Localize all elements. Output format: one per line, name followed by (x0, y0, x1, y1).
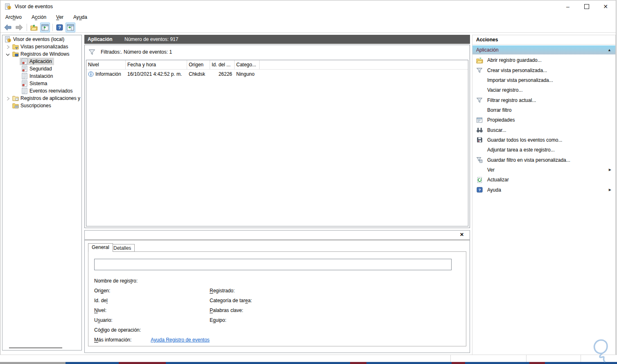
tree-item-vistas-personalizadas[interactable]: Vistas personalizadas (2, 43, 81, 50)
log-header-bar: Aplicación Número de eventos: 917 (84, 35, 470, 44)
information-icon (88, 71, 94, 77)
submenu-arrow-icon: ▶ (609, 168, 611, 172)
tree-item-seguridad[interactable]: Seguridad (2, 65, 81, 72)
field-row: Origen: Registrado: (94, 286, 110, 296)
filter-status-bar: Filtrados:. Número de eventos: 1 (85, 45, 470, 59)
forwarded-events-log-icon (21, 88, 28, 94)
tree-item-label: Suscripciones (20, 102, 51, 109)
tab-general[interactable]: General (88, 243, 113, 252)
tab-detalles[interactable]: Detalles (110, 244, 135, 252)
menu-ver[interactable]: Ver (51, 13, 68, 22)
action-ver[interactable]: Ver ▶ (472, 165, 615, 175)
tree-item-registros-aplicaciones[interactable]: Registros de aplicaciones y s (2, 95, 81, 102)
action-crear-vista-personalizada[interactable]: Crear vista personalizada... (472, 65, 615, 75)
action-pane-icon (67, 24, 74, 31)
menu-ayuda[interactable]: Ayuda (68, 13, 92, 22)
field-row: Nombre de registro: (94, 276, 138, 286)
preview-close-button[interactable]: ✕ (460, 232, 464, 237)
funnel-icon (476, 97, 483, 104)
help-icon: ? (56, 24, 63, 31)
status-bar (0, 355, 617, 362)
general-tab-content: Nombre de registro: Origen: Registrado: … (88, 251, 466, 346)
event-table: Nivel Fecha y hora Origen Id. del ... Ca… (86, 60, 468, 226)
forward-button[interactable] (14, 23, 24, 32)
menu-archivo[interactable]: Archivo (5, 13, 27, 22)
actions-group-header[interactable]: Aplicación ▲ (472, 45, 615, 54)
windows-logs-folder-icon (12, 51, 19, 57)
filter-icon (88, 49, 95, 55)
event-description-box[interactable] (94, 259, 452, 270)
open-folder-icon (476, 57, 483, 64)
tree-item-registros-windows[interactable]: Registros de Windows (2, 50, 81, 58)
toolbar: ? (0, 22, 616, 33)
toggle-console-tree-button[interactable] (40, 23, 50, 32)
action-borrar-filtro[interactable]: Borrar filtro (472, 105, 615, 115)
collapse-arrow-icon[interactable]: ▲ (608, 45, 611, 54)
field-label-palabras-clave: Palabras clave: (210, 305, 243, 315)
action-guardar-todos-eventos[interactable]: Guardar todos los eventos como... (472, 135, 615, 145)
tree-item-sistema[interactable]: Sistema (2, 80, 81, 87)
action-ayuda[interactable]: ? Ayuda ▶ (472, 185, 615, 194)
action-importar-vista-personalizada[interactable]: Importar vista personalizada... (472, 75, 615, 85)
action-guardar-filtro-vista[interactable]: Guardar filtro en vista personalizada... (472, 155, 615, 165)
horizontal-scrollbar-thumb[interactable] (9, 347, 62, 348)
close-icon: ✕ (603, 3, 608, 10)
taskbar-sliver (0, 362, 617, 364)
field-label-id: Id. del (94, 298, 108, 303)
field-row: Nivel: Palabras clave: (94, 305, 106, 315)
tree-item-eventos-reenviados[interactable]: Eventos reenviados (2, 87, 81, 95)
action-vaciar-registro[interactable]: Vaciar registro... (472, 85, 615, 95)
subscriptions-folder-icon (12, 102, 19, 109)
field-row: Código de operación: (94, 325, 141, 335)
open-saved-log-button[interactable] (29, 23, 38, 32)
chevron-right-icon[interactable] (7, 45, 10, 49)
binoculars-icon (476, 127, 483, 133)
help-button[interactable]: ? (55, 23, 64, 32)
column-header-categoria[interactable]: Catego... (235, 60, 260, 69)
field-row: Más información: Ayuda Registro de event… (94, 335, 131, 345)
event-viewer-icon (5, 3, 11, 10)
tree-item-aplicacion[interactable]: Aplicación (2, 58, 81, 65)
action-abrir-registro-guardado[interactable]: Abrir registro guardado... (472, 55, 615, 65)
table-row[interactable]: Información 16/10/2021 4:42:52 p. m. Chk… (86, 70, 468, 79)
action-adjuntar-tarea[interactable]: Adjuntar tarea a este registro... (472, 145, 615, 155)
toggle-action-pane-button[interactable] (66, 23, 75, 32)
tree-item-instalacion[interactable]: Instalación (2, 72, 81, 80)
tree-item-label: Visor de eventos (local) (13, 36, 64, 43)
back-button[interactable] (3, 23, 13, 32)
event-log-help-link[interactable]: Ayuda Registro de eventos (151, 335, 210, 345)
tree-item-label: Vistas personalizadas (20, 43, 68, 50)
actions-group-title: Aplicación (476, 47, 499, 53)
table-header: Nivel Fecha y hora Origen Id. del ... Ca… (86, 60, 468, 70)
column-header-origen[interactable]: Origen (187, 60, 210, 69)
field-label-origen: Origen: (94, 288, 110, 294)
svg-text:?: ? (478, 188, 481, 192)
column-header-nivel[interactable]: Nivel (86, 60, 126, 69)
apps-services-folder-icon (12, 95, 19, 102)
field-label-nombre-registro: Nombre de registro: (94, 278, 138, 284)
event-source: Chkdsk (187, 70, 210, 79)
column-header-fecha[interactable]: Fecha y hora (126, 60, 187, 69)
chevron-down-icon[interactable] (6, 52, 9, 56)
setup-log-icon (21, 73, 28, 79)
maximize-button[interactable] (577, 0, 596, 13)
menu-accion[interactable]: Acción (27, 13, 51, 22)
action-propiedades[interactable]: Propiedades (472, 115, 615, 125)
forward-arrow-icon (15, 24, 23, 31)
close-icon: ✕ (460, 232, 464, 237)
action-buscar[interactable]: Buscar... (472, 125, 615, 135)
tree-item-suscripciones[interactable]: Suscripciones (2, 102, 81, 109)
action-filtrar-registro-actual[interactable]: Filtrar registro actual... (472, 95, 615, 105)
event-level: Información (95, 70, 121, 79)
minimize-button[interactable]: – (558, 0, 577, 13)
watermark-doodle (590, 338, 615, 364)
tree-item-root[interactable]: Visor de eventos (local) (2, 36, 81, 43)
event-viewer-icon (5, 36, 11, 43)
field-label-usuario: Usuario: (94, 317, 113, 323)
window-title: Visor de eventos (15, 4, 53, 9)
chevron-right-icon[interactable] (7, 96, 10, 100)
action-actualizar[interactable]: Actualizar (472, 175, 615, 185)
column-header-id[interactable]: Id. del ... (210, 60, 235, 69)
field-label-mas-informacion: Más información: (94, 337, 131, 343)
close-button[interactable]: ✕ (596, 0, 615, 13)
